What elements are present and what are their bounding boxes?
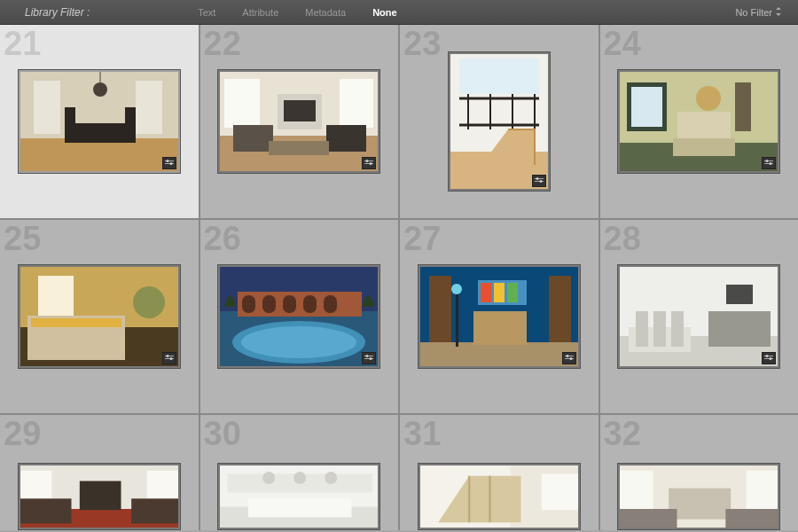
cell-number: 24 (604, 25, 641, 63)
filter-tab-attribute[interactable]: Attribute (230, 4, 291, 20)
svg-rect-15 (224, 79, 260, 128)
thumbnail[interactable] (450, 54, 548, 189)
svg-rect-4 (69, 123, 131, 143)
svg-rect-3 (136, 81, 162, 134)
svg-point-24 (366, 160, 369, 162)
library-filter-label: Library Filter : (25, 6, 90, 19)
grid-cell[interactable]: 24 (600, 25, 799, 218)
cell-number: 21 (4, 25, 41, 63)
cell-number: 26 (204, 220, 241, 258)
grid-cell[interactable]: 26 (200, 220, 399, 413)
adjustments-icon (162, 157, 176, 169)
grid-cell[interactable]: 32 (600, 415, 799, 530)
svg-rect-65 (238, 292, 362, 317)
svg-point-25 (370, 162, 372, 165)
thumbnail[interactable] (620, 466, 778, 528)
grid-cell[interactable]: 29 (0, 415, 199, 530)
cell-number: 28 (604, 220, 641, 258)
thumbnail-frame (18, 69, 181, 174)
thumbnail[interactable] (420, 267, 578, 366)
svg-rect-2 (34, 81, 60, 134)
svg-point-85 (451, 284, 462, 294)
thumbnail[interactable] (220, 267, 378, 366)
no-filter-dropdown[interactable]: No Filter (735, 7, 782, 18)
svg-rect-43 (735, 82, 751, 131)
adjustments-icon (362, 157, 376, 169)
grid-cell[interactable]: 30 (200, 415, 399, 530)
cell-number: 29 (4, 415, 41, 453)
svg-rect-20 (326, 125, 366, 152)
svg-rect-6 (125, 107, 136, 143)
svg-rect-55 (31, 318, 121, 327)
thumbnail[interactable] (420, 466, 578, 528)
svg-rect-1 (20, 138, 178, 171)
thumbnail-frame (617, 264, 780, 369)
svg-point-38 (539, 180, 542, 183)
svg-point-59 (166, 355, 168, 357)
grid-cell[interactable]: 27 (400, 220, 598, 413)
cell-number: 25 (4, 220, 41, 258)
thumbnail-frame (617, 69, 780, 174)
svg-rect-106 (20, 498, 72, 523)
svg-rect-122 (620, 471, 653, 512)
grid-cell[interactable]: 31 (400, 415, 598, 530)
grid-cell[interactable]: 23 (400, 25, 598, 218)
svg-point-50 (770, 162, 772, 165)
svg-rect-125 (620, 509, 677, 528)
svg-rect-79 (473, 311, 527, 345)
svg-rect-19 (233, 125, 273, 152)
thumbnail[interactable] (620, 72, 778, 171)
thumbnail-frame (217, 69, 380, 174)
svg-rect-96 (671, 311, 684, 347)
svg-rect-21 (269, 141, 329, 155)
adjustments-icon (562, 352, 576, 364)
thumbnail[interactable] (20, 466, 178, 528)
svg-point-11 (166, 160, 168, 162)
cell-number: 31 (403, 415, 441, 453)
grid-cell[interactable]: 21 (0, 25, 199, 218)
thumbnail-frame (617, 463, 780, 530)
cell-number: 22 (204, 25, 241, 63)
svg-rect-83 (507, 283, 518, 302)
filter-tab-metadata[interactable]: Metadata (293, 4, 358, 20)
svg-rect-5 (65, 107, 75, 143)
svg-rect-70 (324, 295, 337, 313)
svg-point-88 (566, 355, 568, 357)
svg-point-12 (169, 162, 172, 165)
filter-tab-none[interactable]: None (360, 4, 410, 20)
thumbnail[interactable] (20, 267, 178, 366)
grid-cell[interactable]: 25 (0, 220, 199, 413)
svg-rect-16 (340, 79, 373, 128)
thumbnail[interactable] (220, 466, 378, 528)
svg-rect-94 (636, 311, 648, 347)
svg-rect-69 (303, 295, 317, 313)
grid-cell[interactable]: 28 (600, 220, 799, 413)
svg-point-64 (241, 326, 356, 358)
svg-point-60 (169, 357, 172, 360)
filter-tabs: Text Attribute Metadata None (185, 4, 410, 20)
cell-number: 23 (403, 25, 441, 63)
svg-rect-81 (481, 283, 491, 302)
thumbnail-frame (418, 463, 581, 530)
svg-rect-27 (459, 59, 539, 94)
svg-point-114 (293, 472, 306, 484)
svg-rect-76 (420, 342, 578, 366)
svg-rect-112 (248, 498, 352, 517)
grid-view[interactable]: 21 22 (0, 25, 798, 532)
thumbnail-frame (418, 264, 581, 369)
adjustments-icon (762, 352, 776, 364)
no-filter-label: No Filter (735, 7, 772, 18)
thumbnail[interactable] (20, 72, 178, 171)
thumbnail-frame (18, 264, 181, 369)
svg-rect-42 (631, 87, 662, 127)
adjustments-icon (762, 157, 776, 169)
thumbnail-frame (217, 463, 380, 530)
filter-tab-text[interactable]: Text (185, 4, 228, 20)
svg-rect-95 (653, 311, 666, 347)
grid-cell[interactable]: 22 (200, 25, 399, 218)
thumbnail[interactable] (620, 267, 778, 366)
cell-number: 30 (204, 415, 241, 453)
svg-point-37 (536, 177, 538, 180)
thumbnail[interactable] (220, 72, 378, 171)
svg-point-115 (325, 472, 337, 484)
